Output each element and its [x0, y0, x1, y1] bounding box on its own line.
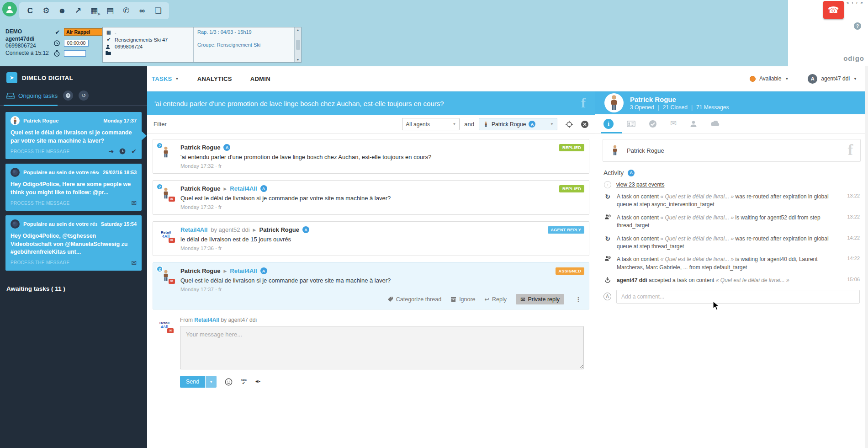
complete-check-icon[interactable]: ✔ — [131, 148, 137, 155]
reply-button[interactable]: ↩ Reply — [485, 296, 507, 303]
message-action-bar: Categorize thread Ignore ↩ Reply — [180, 294, 583, 304]
tab-info-icon[interactable]: i — [603, 119, 614, 129]
status-badge: ASSIGNED — [556, 267, 584, 275]
wrapup-timer-field[interactable] — [64, 50, 86, 57]
dialpad-icon[interactable]: ▦➤ — [90, 6, 99, 16]
defer-clock-icon[interactable] — [119, 148, 126, 155]
facebook-icon: f — [581, 95, 586, 111]
profile-header: Patrick Rogue 3 Opened| 21 Closed| 71 Me… — [595, 91, 868, 114]
message-body: Quel est le délai de livraison si je com… — [180, 277, 583, 284]
agent-menu-avatar[interactable]: A — [808, 74, 817, 84]
call-panel-scrollbar[interactable]: ▲ ▼ — [294, 27, 301, 62]
comment-input[interactable] — [616, 290, 860, 304]
tab-tasks-check-icon[interactable] — [649, 120, 657, 128]
profile-name: Patrick Rogue — [630, 96, 729, 103]
ignore-button[interactable]: Ignore — [450, 296, 475, 303]
facebook-icon: f — [848, 141, 853, 159]
fax-document-icon[interactable]: ▤ — [106, 6, 115, 16]
window-nav-controls[interactable]: « ‹ › » — [847, 0, 864, 5]
nav-tab-analytics[interactable]: ANALYTICS — [197, 75, 232, 82]
expand-history-icon[interactable]: ↑ — [604, 181, 611, 188]
compose-account-link[interactable]: Retail4All — [194, 317, 219, 323]
chevron-down-icon[interactable]: ▼ — [785, 77, 789, 81]
refresh-icon[interactable]: C — [26, 6, 35, 16]
filter-author-select[interactable]: Patrick Rogue A ▼ — [479, 118, 557, 130]
status-badge: REPLIED — [559, 144, 584, 151]
categorize-thread-button[interactable]: Categorize thread — [387, 296, 441, 303]
message-card[interactable]: ✉ Retail4All Retail4All by agent52 ddi ▶… — [153, 221, 589, 256]
awaiting-tasks-header[interactable]: Awaiting tasks ( 11 ) — [0, 275, 147, 302]
settings-gear-icon[interactable]: ⚙ — [42, 6, 51, 16]
agent-chat-icon[interactable]: ☻ — [58, 6, 67, 16]
reply-arrow-icon: ↩ — [485, 296, 489, 303]
activity-section: Activity A ↑ view 23 past events ↻ A tas… — [595, 164, 868, 304]
agent-menu-label[interactable]: agent47 ddi — [821, 75, 850, 82]
task-status-label: PROCESS THE MESSAGE — [11, 260, 126, 265]
task-card[interactable]: Patrick Rogue Monday 17:37 Quel est le d… — [5, 112, 142, 159]
tab-cloud-icon[interactable] — [710, 121, 720, 127]
mail-icon[interactable]: ✉ — [131, 199, 137, 207]
conference-icon[interactable]: ∞ — [138, 6, 147, 16]
call-timer-field[interactable]: 00:00:00 — [64, 40, 89, 47]
forward-arrow-icon[interactable]: ➔ — [109, 148, 114, 155]
nav-tab-tasks[interactable]: TASKS▼ — [152, 75, 179, 82]
tab-identity-card-icon[interactable] — [627, 121, 635, 127]
signature-quill-icon[interactable]: ✒ — [255, 378, 261, 386]
main-navigation: TASKS▼ ANALYTICS ADMIN Available ▼ A age… — [147, 66, 868, 91]
spellcheck-icon[interactable]: ABC✔ — [241, 379, 247, 385]
transfer-icon[interactable]: ❏ — [153, 6, 163, 16]
deferred-tasks-button[interactable] — [63, 91, 73, 101]
profile-identity-card[interactable]: Patrick Rogue f — [603, 139, 861, 162]
agent-presence-avatar[interactable] — [2, 2, 17, 16]
message-author[interactable]: Patrick Rogue — [180, 144, 220, 151]
mail-icon[interactable]: ✉ — [131, 259, 137, 267]
caller-number: 0699806724 — [115, 44, 143, 49]
avatar — [482, 120, 489, 128]
more-actions-icon[interactable]: ⋮ — [573, 296, 583, 303]
task-author: Patrick Rogue — [23, 118, 100, 123]
message-input[interactable] — [180, 326, 584, 369]
scroll-up-icon[interactable]: ▲ — [296, 28, 300, 32]
scrollbar-thumb[interactable] — [296, 40, 300, 50]
mouse-cursor — [713, 301, 720, 311]
presence-status-label[interactable]: Available — [759, 75, 781, 82]
accepted-task-icon — [603, 277, 612, 284]
nav-tab-admin[interactable]: ADMIN — [250, 75, 270, 82]
clear-filter-icon[interactable] — [581, 121, 588, 128]
message-card[interactable]: 2 ✉ Patrick Rogue ▶ Retail4All A Quel es… — [153, 180, 589, 215]
private-reply-button[interactable]: ✉ Private reply — [516, 294, 564, 304]
task-card[interactable]: Populaire au sein de votre réseau Saturd… — [5, 215, 142, 271]
message-target[interactable]: Retail4All — [230, 185, 257, 192]
send-options-button[interactable]: ▼ — [206, 376, 217, 388]
page-scrollbar[interactable] — [865, 66, 868, 448]
call-rap-info: Rap. 1/3 : 04/03 - 15h19 — [197, 29, 291, 35]
message-card[interactable]: 2 Patrick Rogue A 'ai entendu parler d'u… — [153, 139, 589, 174]
message-author[interactable]: Patrick Rogue — [180, 185, 220, 192]
tab-ongoing-tasks[interactable]: Ongoing tasks — [6, 92, 58, 99]
chevron-down-icon[interactable]: ▼ — [853, 77, 857, 81]
task-card[interactable]: Populaire au sein de votre réseau 26/02/… — [5, 164, 142, 211]
callback-select[interactable]: Alr Rappel — [64, 28, 104, 36]
history-button[interactable]: ↺ — [79, 91, 89, 101]
task-preview: Hey Odigo4Police, @tsghessen Videobotsch… — [11, 232, 137, 256]
tab-messages-icon[interactable]: ✉ — [670, 119, 677, 128]
reply-composer: ✉ Retail4All From Retail4All by agent47 … — [153, 316, 589, 388]
help-button[interactable]: ? — [854, 22, 861, 30]
scroll-down-icon[interactable]: ▼ — [296, 58, 300, 61]
history-icon: ↺ — [81, 92, 86, 99]
message-author[interactable]: Patrick Rogue — [180, 267, 220, 274]
billing-phone-icon[interactable]: ✆ — [122, 6, 131, 16]
hangup-phone-button[interactable]: ☎ — [823, 1, 844, 19]
view-past-events-link[interactable]: view 23 past events — [616, 181, 664, 188]
message-target[interactable]: Retail4All — [230, 267, 257, 274]
filter-agents-select[interactable]: All agents▼ — [402, 118, 460, 130]
stat-opened: 3 Opened — [630, 104, 654, 111]
stats-trend-icon[interactable]: ↗ — [74, 6, 83, 16]
emoji-icon[interactable] — [225, 378, 233, 386]
tab-contacts-icon[interactable] — [690, 120, 697, 128]
send-button[interactable]: Send — [180, 376, 205, 388]
message-card-assigned[interactable]: 2 ✉ Patrick Rogue ▶ Retail4All A Quel es… — [153, 262, 589, 309]
message-author[interactable]: Retail4All — [180, 226, 207, 233]
locate-target-icon[interactable] — [566, 121, 573, 128]
message-target[interactable]: Patrick Rogue — [259, 226, 299, 233]
